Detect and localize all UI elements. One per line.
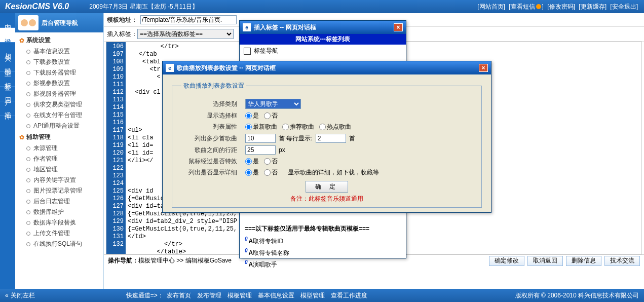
bullet-icon	[26, 200, 30, 204]
close-left-icon[interactable]: «	[5, 292, 9, 299]
bullet-icon	[26, 92, 30, 96]
nav-item[interactable]: API通用整合设置	[19, 121, 99, 131]
link-home[interactable]: [网站首页]	[477, 3, 505, 10]
bottom-bar: « 关闭左栏 快速通道=>： 发布首页发布管理模板管理基本信息设置模型管理查看工…	[0, 289, 644, 302]
nav-item[interactable]: 基本信息设置	[19, 46, 99, 57]
dialog1-subtitle: 网站系统---标签列表	[240, 34, 406, 45]
close-icon[interactable]: ×	[394, 23, 403, 31]
link-exit[interactable]: [安全退出]	[610, 3, 638, 10]
quick-link[interactable]: 发布管理	[197, 292, 221, 299]
dialog2-title: 歌曲播放列表参数设置 -- 网页对话框	[177, 64, 276, 72]
action-button[interactable]: 删除信息	[566, 256, 601, 266]
bullet-icon	[26, 232, 30, 236]
quick-link[interactable]: 查看工作进度	[331, 292, 367, 299]
insert-label: 插入标签：	[107, 30, 137, 39]
bullet-icon	[26, 189, 30, 193]
category-select[interactable]: 华人男歌手	[245, 99, 301, 109]
nav-item[interactable]: 内容关键字设置	[19, 175, 99, 185]
song-count-input[interactable]	[245, 134, 276, 143]
hover-yes[interactable]	[245, 158, 252, 165]
status-path: 模板管理中心 >> 编辑模板GoSave	[138, 256, 232, 265]
nav-header: 后台管理导航	[15, 13, 103, 32]
attr-latest[interactable]	[245, 124, 252, 130]
copyright: 版权所有 © 2006-2010 科兴信息技术有限公司	[515, 291, 639, 300]
link-pwd[interactable]: [修改密码]	[547, 3, 575, 10]
close-left-link[interactable]: 关闭左栏	[11, 291, 35, 300]
show-select-no[interactable]	[264, 112, 271, 119]
detail-yes[interactable]	[245, 169, 252, 176]
bullet-icon	[26, 210, 30, 214]
dialog-icon: e	[243, 23, 251, 31]
nav-item[interactable]: 上传文件管理	[19, 228, 99, 239]
group-assist[interactable]: ✿辅助管理	[19, 131, 99, 143]
bullet-icon	[26, 242, 30, 246]
bullet-icon	[26, 157, 30, 161]
vtab-3[interactable]: 模型	[0, 57, 15, 72]
vtab-6[interactable]: 插件	[0, 101, 15, 116]
ok-button[interactable]: 确 定	[306, 181, 348, 193]
tag-item[interactable]: 0A取得专辑名称	[245, 247, 401, 258]
vertical-tabs: 内容设置相关模型标签用户插件	[0, 13, 15, 289]
nav-item[interactable]: 在线执行SQL语句	[19, 239, 99, 249]
nav-item[interactable]: 影视服务器管理	[19, 89, 99, 99]
action-button[interactable]: 确定修改	[489, 256, 524, 266]
nav-item[interactable]: 下载参数设置	[19, 57, 99, 67]
gear-icon: ✿	[19, 134, 24, 141]
insert-select[interactable]: ==选择系统函数标签==	[137, 29, 234, 39]
vtab-1[interactable]: 设置	[0, 28, 15, 43]
quick-link[interactable]: 发布首页	[167, 292, 191, 299]
bullet-icon	[26, 114, 30, 118]
quick-link[interactable]: 模型管理	[300, 292, 325, 299]
tag-separator: ===以下标签仅适用于最终专辑歌曲页模板===	[245, 224, 401, 233]
attr-hot[interactable]	[319, 124, 326, 130]
quick-link[interactable]: 基本信息设置	[258, 292, 294, 299]
dialog-icon: e	[166, 64, 174, 72]
gear-icon: ✿	[19, 37, 24, 44]
attr-recommend[interactable]	[282, 124, 289, 130]
date-text: 2009年7月3日 星期五【农历 -5月11日】	[89, 3, 198, 11]
group-system[interactable]: ✿系统设置	[19, 34, 99, 46]
tpl-input[interactable]	[140, 15, 237, 24]
nav-item[interactable]: 供求交易类型管理	[19, 99, 99, 110]
nav-item[interactable]: 数据库维护	[19, 207, 99, 217]
action-button[interactable]: 取消返回	[527, 256, 563, 266]
line-height-input[interactable]	[245, 145, 276, 155]
nav-item[interactable]: 影视参数设置	[19, 78, 99, 89]
nav-item[interactable]: 作者管理	[19, 154, 99, 164]
quick-link[interactable]: 模板管理	[228, 292, 252, 299]
dialog2-titlebar[interactable]: e 歌曲播放列表参数设置 -- 网页对话框 ×	[163, 61, 491, 74]
status-label: 操作导航：	[108, 256, 138, 265]
nav-item[interactable]: 后台日志管理	[19, 196, 99, 207]
hover-no[interactable]	[264, 158, 271, 165]
quick-label: 快速通道=>：	[126, 291, 164, 300]
tag-item[interactable]: 0A演唱歌手	[245, 258, 401, 270]
nav-item[interactable]: 数据库字段替换	[19, 217, 99, 228]
nav-item[interactable]: 来源管理	[19, 143, 99, 154]
nav-title: 后台管理导航	[42, 19, 78, 27]
close-icon[interactable]: ×	[479, 64, 488, 72]
bullet-icon	[26, 168, 30, 172]
app-logo: KesionCMS V6.0	[5, 2, 69, 11]
vtab-2[interactable]: 相关	[0, 43, 15, 57]
top-bar: KesionCMS V6.0 2009年7月3日 星期五【农历 -5月11日】 …	[0, 0, 644, 13]
vtab-0[interactable]: 内容	[0, 13, 15, 28]
per-row-input[interactable]	[316, 134, 346, 143]
action-button[interactable]: 技术交流	[604, 256, 640, 266]
link-cache[interactable]: [更新缓存]	[579, 3, 607, 10]
line-gutter: 106 107 108 109 110 111 112 113 114 115 …	[106, 42, 126, 254]
nav-item[interactable]: 图片投票记录管理	[19, 185, 99, 196]
detail-no[interactable]	[264, 169, 271, 176]
dialog1-titlebar[interactable]: e 插入标签 -- 网页对话框 ×	[240, 21, 406, 34]
vtab-4[interactable]: 标签	[0, 72, 15, 87]
vtab-5[interactable]: 用户	[0, 87, 15, 101]
tag-nav-row[interactable]: 标签导航	[240, 45, 406, 57]
link-msg-end[interactable]: ]	[542, 3, 544, 10]
param-fieldset: 歌曲播放列表参数设置 选择类别 华人男歌手 显示选择框 是 否 列表属性 最新歌…	[172, 82, 482, 208]
show-select-yes[interactable]	[245, 112, 252, 119]
nav-item[interactable]: 在线支付平台管理	[19, 110, 99, 121]
nav-item[interactable]: 地区管理	[19, 164, 99, 175]
bullet-icon	[26, 50, 30, 54]
link-msg[interactable]: [查看短信	[509, 3, 535, 10]
nav-item[interactable]: 下载服务器管理	[19, 67, 99, 78]
tag-item[interactable]: 0A取得专辑ID	[245, 235, 401, 247]
